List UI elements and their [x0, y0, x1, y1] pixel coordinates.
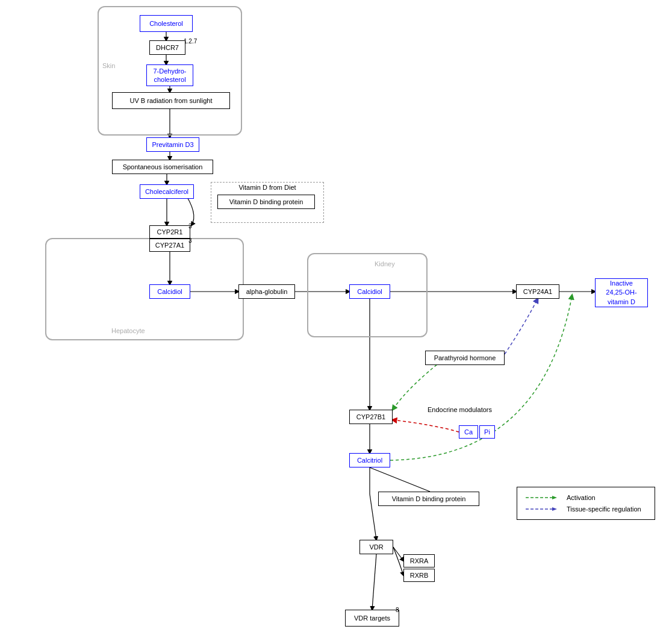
diet-box: Vitamin D from Diet Vitamin D binding pr…	[211, 182, 324, 223]
version-number: 1.2.7	[184, 38, 197, 45]
dhcr7-node[interactable]: DHCR7	[149, 40, 185, 55]
endocrine-label: Endocrine modulators	[428, 406, 492, 413]
pi-node[interactable]: Pi	[479, 425, 495, 439]
hepatocyte-label: Hepatocyte	[111, 327, 145, 334]
ca-node[interactable]: Ca	[459, 425, 478, 439]
svg-line-14	[370, 467, 430, 492]
legend-tissue-regulation: Tissue-specific regulation	[526, 505, 646, 513]
inactive-vitd-node[interactable]: Inactive 24,25-OH- vitamin D	[595, 278, 648, 307]
num3b-label: 3	[188, 237, 192, 244]
cholesterol-node[interactable]: Cholesterol	[140, 15, 193, 32]
previtamin-node[interactable]: Previtamin D3	[146, 137, 199, 152]
svg-marker-25	[552, 507, 557, 511]
svg-line-16	[370, 494, 376, 540]
calcitriol-node[interactable]: Calcitriol	[349, 453, 390, 467]
uvb-node[interactable]: UV B radiation from sunlight	[112, 92, 230, 109]
kidney-label: Kidney	[375, 260, 395, 267]
vitd-diet-title: Vitamin D from Diet	[211, 184, 323, 191]
svg-line-17	[372, 554, 376, 610]
legend-activation: Activation	[526, 493, 646, 502]
cyp27b1-node[interactable]: CYP27B1	[349, 410, 393, 424]
cholecalciferol-node[interactable]: Cholecalciferol	[140, 184, 194, 199]
cyp2r1-node[interactable]: CYP2R1	[149, 225, 190, 239]
dehydrocholesterol-node[interactable]: 7-Dehydro- cholesterol	[146, 64, 193, 86]
vitd-binding2-node[interactable]: Vitamin D binding protein	[378, 492, 479, 506]
vitd-binding1-node[interactable]: Vitamin D binding protein	[217, 195, 315, 209]
num8-label: 8	[396, 607, 399, 613]
alpha-globulin-node[interactable]: alpha-globulin	[238, 284, 295, 299]
vdr-targets-node[interactable]: VDR targets	[345, 610, 399, 627]
svg-marker-23	[552, 496, 557, 499]
hepatocyte-region	[45, 238, 244, 340]
cyp24a1-node[interactable]: CYP24A1	[516, 284, 559, 299]
calcidiol-liver-node[interactable]: Calcidiol	[149, 284, 190, 299]
cyp27a1-node[interactable]: CYP27A1	[149, 239, 190, 252]
legend-box: Activation Tissue-specific regulation	[517, 487, 655, 520]
pathway-diagram: Skin Cholesterol 1.2.7 DHCR7 7-Dehydro- …	[0, 0, 672, 644]
num3-label: 3	[188, 223, 192, 230]
vdr-node[interactable]: VDR	[359, 540, 393, 554]
spontaneous-node[interactable]: Spontaneous isomerisation	[112, 160, 213, 174]
calcidiol-kidney-node[interactable]: Calcidiol	[349, 284, 390, 299]
rxra-node[interactable]: RXRA	[403, 554, 435, 567]
skin-label: Skin	[102, 62, 115, 69]
parathyroid-node[interactable]: Parathyroid hormone	[425, 351, 505, 365]
rxrb-node[interactable]: RXRB	[403, 569, 435, 582]
